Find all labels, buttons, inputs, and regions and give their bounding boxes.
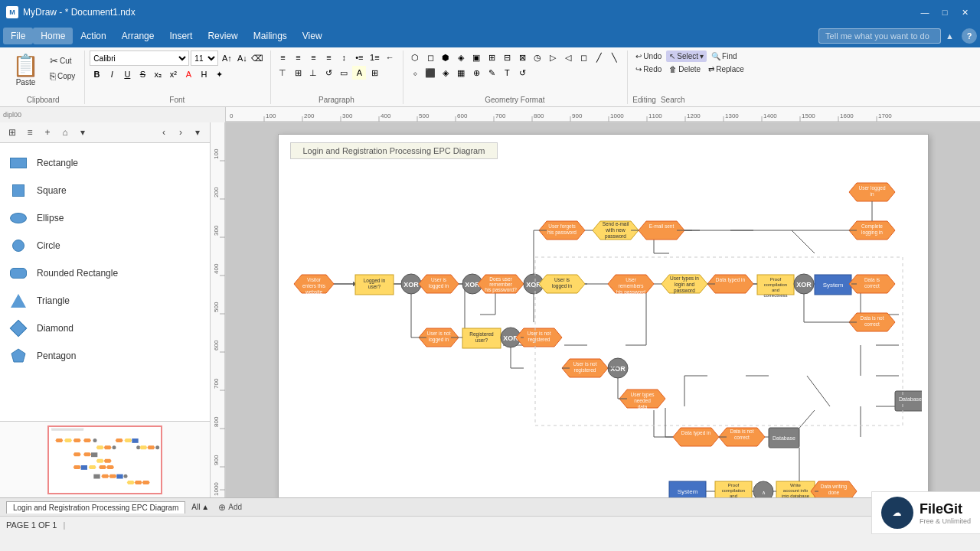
panel-right-scroll[interactable]: › bbox=[173, 125, 188, 140]
geometry-btn-10[interactable]: ▷ bbox=[546, 51, 560, 64]
clear-format-button[interactable]: ⌫ bbox=[250, 51, 264, 65]
justify-button[interactable]: ≡ bbox=[322, 51, 335, 64]
bold-button[interactable]: B bbox=[90, 67, 103, 81]
menu-action[interactable]: Action bbox=[73, 28, 113, 44]
underline-button[interactable]: U bbox=[120, 67, 134, 81]
geometry-btn-6[interactable]: ⊞ bbox=[485, 51, 498, 64]
geometry-btn-12[interactable]: ◻ bbox=[577, 51, 590, 64]
geometry-btn-11[interactable]: ◁ bbox=[561, 51, 575, 64]
replace-button[interactable]: ⇄ Replace bbox=[705, 64, 747, 75]
font-color-button[interactable]: A bbox=[181, 67, 195, 81]
diagram-tab[interactable]: Login and Registration Processing EPC Di… bbox=[6, 501, 185, 514]
select-button[interactable]: ↖ Select ▾ bbox=[666, 51, 707, 62]
shading-button[interactable]: A bbox=[352, 66, 366, 80]
cut-button[interactable]: ✂ Cut bbox=[47, 54, 78, 68]
italic-button[interactable]: I bbox=[105, 67, 119, 81]
text-box-button[interactable]: ▭ bbox=[337, 66, 351, 80]
search-input[interactable] bbox=[818, 28, 941, 44]
page-status: PAGE 1 OF 1 bbox=[6, 520, 57, 530]
svg-text:1100: 1100 bbox=[648, 112, 662, 119]
svg-text:User is: User is bbox=[430, 277, 446, 282]
panel-add[interactable]: + bbox=[40, 125, 55, 140]
panel-home[interactable]: ⌂ bbox=[57, 125, 73, 140]
geometry-btn-21[interactable]: T bbox=[500, 66, 514, 80]
decrease-indent-button[interactable]: ← bbox=[383, 51, 397, 64]
valign-bot-button[interactable]: ⊥ bbox=[306, 66, 320, 80]
menu-insert[interactable]: Insert bbox=[162, 28, 200, 44]
geometry-btn-17[interactable]: ◈ bbox=[439, 66, 452, 80]
shape-item-circle[interactable]: Circle bbox=[0, 232, 210, 259]
geometry-btn-3[interactable]: ⬢ bbox=[439, 51, 452, 64]
geometry-btn-5[interactable]: ▣ bbox=[469, 51, 483, 64]
geometry-btn-19[interactable]: ⊕ bbox=[469, 66, 483, 80]
undo-button[interactable]: ↩ Undo bbox=[632, 51, 665, 62]
circle-icon bbox=[9, 236, 28, 255]
geometry-btn-20[interactable]: ✎ bbox=[485, 66, 498, 80]
menu-arrange[interactable]: Arrange bbox=[114, 28, 162, 44]
panel-down[interactable]: ▾ bbox=[75, 125, 90, 140]
geometry-btn-13[interactable]: ╱ bbox=[592, 51, 606, 64]
maximize-button[interactable]: □ bbox=[936, 5, 954, 20]
superscript-button[interactable]: x² bbox=[166, 67, 180, 81]
delete-button[interactable]: 🗑 Delete bbox=[666, 64, 704, 75]
text-dir-button[interactable]: ↺ bbox=[322, 66, 335, 80]
strikethrough-button[interactable]: S bbox=[136, 67, 149, 81]
shape-item-ellipse[interactable]: Ellipse bbox=[0, 204, 210, 232]
valign-mid-button[interactable]: ⊞ bbox=[291, 66, 305, 80]
geometry-btn-22[interactable]: ↺ bbox=[515, 66, 529, 80]
geometry-btn-15[interactable]: ⬦ bbox=[408, 66, 422, 80]
shape-item-rounded-rectangle[interactable]: Rounded Rectangle bbox=[0, 259, 210, 287]
shape-item-diamond[interactable]: Diamond bbox=[0, 315, 210, 342]
panel-scroll-down[interactable]: ▾ bbox=[190, 125, 205, 140]
geometry-btn-7[interactable]: ⊟ bbox=[500, 51, 514, 64]
canvas-area[interactable]: Login and Registration Processing EPC Di… bbox=[226, 122, 980, 497]
geometry-btn-2[interactable]: ◻ bbox=[423, 51, 437, 64]
redo-button[interactable]: ↪ Redo bbox=[632, 64, 665, 75]
add-tab-button[interactable]: ⊕ Add bbox=[218, 502, 242, 513]
shape-item-pentagon[interactable]: Pentagon bbox=[0, 342, 210, 370]
valign-top-button[interactable]: ⊤ bbox=[276, 66, 289, 80]
ribbon-collapse[interactable]: ▲ bbox=[946, 31, 954, 41]
number-list-button[interactable]: 1≡ bbox=[368, 51, 381, 64]
align-right-button[interactable]: ≡ bbox=[306, 51, 320, 64]
font-effects-button[interactable]: ✦ bbox=[212, 67, 226, 81]
help-button[interactable]: ? bbox=[962, 28, 977, 44]
increase-font-button[interactable]: A↑ bbox=[220, 51, 234, 65]
decrease-font-button[interactable]: A↓ bbox=[235, 51, 249, 65]
align-left-button[interactable]: ≡ bbox=[276, 51, 289, 64]
subscript-button[interactable]: x₂ bbox=[151, 67, 165, 81]
font-size-select[interactable]: 118101214 bbox=[191, 51, 218, 66]
geometry-btn-16[interactable]: ⬛ bbox=[423, 66, 437, 80]
highlight-button[interactable]: H bbox=[197, 67, 211, 81]
shape-item-square[interactable]: Square bbox=[0, 177, 210, 204]
page-scale-dropdown[interactable]: All ▲ bbox=[191, 503, 209, 511]
find-button[interactable]: 🔍 Find bbox=[708, 51, 740, 62]
geometry-btn-14[interactable]: ╲ bbox=[607, 51, 621, 64]
font-face-select[interactable]: CalibriArialTimes New Roman bbox=[90, 51, 189, 66]
menu-review[interactable]: Review bbox=[200, 28, 245, 44]
shape-item-triangle[interactable]: Triangle bbox=[0, 287, 210, 315]
svg-rect-60 bbox=[81, 465, 87, 470]
line-spacing-button[interactable]: ↕ bbox=[337, 51, 351, 64]
svg-text:User forgets: User forgets bbox=[548, 223, 576, 230]
align-center-button[interactable]: ≡ bbox=[291, 51, 305, 64]
geometry-btn-8[interactable]: ⊠ bbox=[515, 51, 529, 64]
menu-mailings[interactable]: Mailings bbox=[246, 28, 295, 44]
bullet-list-button[interactable]: •≡ bbox=[352, 51, 366, 64]
menu-home[interactable]: Home bbox=[33, 28, 73, 44]
panel-view-grid[interactable]: ⊞ bbox=[5, 125, 20, 140]
geometry-btn-1[interactable]: ⬡ bbox=[408, 51, 422, 64]
geometry-btn-9[interactable]: ◷ bbox=[531, 51, 544, 64]
minimize-button[interactable]: — bbox=[916, 5, 934, 20]
border-button[interactable]: ⊞ bbox=[368, 66, 381, 80]
panel-left-scroll[interactable]: ‹ bbox=[156, 125, 172, 140]
menu-file[interactable]: File bbox=[3, 28, 33, 44]
geometry-btn-18[interactable]: ▦ bbox=[454, 66, 468, 80]
copy-button[interactable]: ⎘ Copy bbox=[47, 69, 78, 83]
shape-item-rectangle[interactable]: Rectangle bbox=[0, 149, 210, 177]
paste-button[interactable]: 📋 Paste bbox=[8, 51, 44, 89]
menu-view[interactable]: View bbox=[295, 28, 330, 44]
close-button[interactable]: ✕ bbox=[956, 5, 974, 20]
panel-view-list[interactable]: ≡ bbox=[22, 125, 38, 140]
geometry-btn-4[interactable]: ◈ bbox=[454, 51, 468, 64]
